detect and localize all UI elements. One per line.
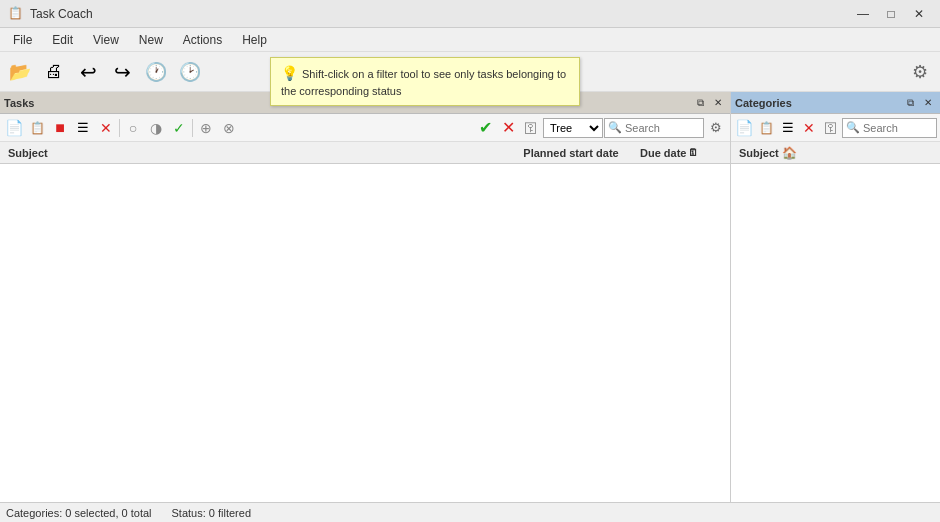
categories-panel-header: Categories ⧉ ✕ xyxy=(731,92,940,114)
expand-button[interactable]: ⊕ xyxy=(195,117,217,139)
category-search-icon: 🔍 xyxy=(846,121,860,134)
new-subtask-button[interactable]: 📋 xyxy=(26,117,48,139)
app-icon: 📋 xyxy=(8,6,24,22)
menu-view[interactable]: View xyxy=(84,30,128,50)
category-toolbar: 📄 📋 ☰ ✕ ⚿ 🔍 xyxy=(731,114,940,142)
track-time-button[interactable]: 🕐 xyxy=(140,56,172,88)
due-date-sort-icon: 🗓 xyxy=(688,147,698,158)
print-button[interactable]: 🖨 xyxy=(38,56,70,88)
tasks-panel-title: Tasks xyxy=(4,97,34,109)
filter-overdue-button[interactable]: ✕ xyxy=(497,117,519,139)
categories-panel-restore-button[interactable]: ⧉ xyxy=(902,95,918,111)
maximize-button[interactable]: □ xyxy=(878,4,904,24)
categories-panel-close-button[interactable]: ✕ xyxy=(920,95,936,111)
menu-actions[interactable]: Actions xyxy=(174,30,231,50)
effort-button[interactable]: 🕑 xyxy=(174,56,206,88)
search-icon: 🔍 xyxy=(608,121,622,134)
category-search-input[interactable] xyxy=(863,122,933,134)
task-search-input[interactable] xyxy=(625,122,695,134)
open-folder-button[interactable]: 📂 xyxy=(4,56,36,88)
collapse-button[interactable]: ⊗ xyxy=(218,117,240,139)
tasks-panel-controls: ⧉ ✕ xyxy=(692,95,726,111)
menu-bar: File Edit View New Actions Help xyxy=(0,28,940,52)
menu-help[interactable]: Help xyxy=(233,30,276,50)
undo-button[interactable]: ↩ xyxy=(72,56,104,88)
categories-panel: Categories ⧉ ✕ 📄 📋 ☰ ✕ ⚿ 🔍 Subject 🏠 xyxy=(730,92,940,502)
categories-panel-title: Categories xyxy=(735,97,792,109)
categories-status: Categories: 0 selected, 0 total xyxy=(6,507,152,519)
menu-new[interactable]: New xyxy=(130,30,172,50)
edit-category-button[interactable]: ☰ xyxy=(778,117,799,139)
edit-task-button[interactable]: ☰ xyxy=(72,117,94,139)
new-task-button[interactable]: 📄 xyxy=(3,117,25,139)
main-toolbar: 📂 🖨 ↩ ↪ 🕐 🕑 💡Shift-click on a filter too… xyxy=(0,52,940,92)
status-progress-button[interactable]: ◑ xyxy=(145,117,167,139)
minimize-button[interactable]: — xyxy=(850,4,876,24)
title-bar-left: 📋 Task Coach xyxy=(8,6,93,22)
menu-file[interactable]: File xyxy=(4,30,41,50)
category-link-button[interactable]: ⚿ xyxy=(821,117,842,139)
view-mode-select[interactable]: Tree List xyxy=(543,118,603,138)
main-content: Tasks ⧉ ✕ 📄 📋 ■ ☰ ✕ ○ ◑ ✓ ⊕ ⊗ ✔ xyxy=(0,92,940,502)
close-button[interactable]: ✕ xyxy=(906,4,932,24)
app-title: Task Coach xyxy=(30,7,93,21)
filter-link-button[interactable]: ⚿ xyxy=(520,117,542,139)
title-bar-controls: — □ ✕ xyxy=(850,4,932,24)
subject-column-header: Subject xyxy=(4,147,506,159)
due-date-column-header: Due date 🗓 xyxy=(636,147,726,159)
toolbar-separator-2 xyxy=(192,119,193,137)
category-search-box: 🔍 xyxy=(842,118,937,138)
categories-panel-controls: ⧉ ✕ xyxy=(902,95,936,111)
redo-button[interactable]: ↪ xyxy=(106,56,138,88)
tasks-panel: Tasks ⧉ ✕ 📄 📋 ■ ☰ ✕ ○ ◑ ✓ ⊕ ⊗ ✔ xyxy=(0,92,730,502)
status-complete-button[interactable]: ✓ xyxy=(168,117,190,139)
status-bar: Categories: 0 selected, 0 total Status: … xyxy=(0,502,940,522)
tasks-table-body xyxy=(0,164,730,502)
categories-table-header: Subject 🏠 xyxy=(731,142,940,164)
settings-gear-button[interactable]: ⚙ xyxy=(904,56,936,88)
categories-table-body xyxy=(731,164,940,502)
task-toolbar: 📄 📋 ■ ☰ ✕ ○ ◑ ✓ ⊕ ⊗ ✔ ✕ ⚿ Tree List xyxy=(0,114,730,142)
tasks-panel-close-button[interactable]: ✕ xyxy=(710,95,726,111)
toolbar-separator-1 xyxy=(119,119,120,137)
category-subject-column-header: Subject 🏠 xyxy=(735,146,936,160)
new-category-button[interactable]: 📄 xyxy=(734,117,755,139)
mark-red-button[interactable]: ■ xyxy=(49,117,71,139)
delete-task-button[interactable]: ✕ xyxy=(95,117,117,139)
category-sort-icon: 🏠 xyxy=(782,146,797,160)
title-bar: 📋 Task Coach — □ ✕ xyxy=(0,0,940,28)
status-none-button[interactable]: ○ xyxy=(122,117,144,139)
menu-edit[interactable]: Edit xyxy=(43,30,82,50)
delete-category-button[interactable]: ✕ xyxy=(799,117,820,139)
new-subcategory-button[interactable]: 📋 xyxy=(756,117,777,139)
tooltip-text: Shift-click on a filter tool to see only… xyxy=(281,68,566,97)
tooltip-box: 💡Shift-click on a filter tool to see onl… xyxy=(270,57,580,106)
filter-active-button[interactable]: ✔ xyxy=(474,117,496,139)
task-status: Status: 0 filtered xyxy=(172,507,252,519)
tasks-panel-restore-button[interactable]: ⧉ xyxy=(692,95,708,111)
tasks-table-header: Subject Planned start date Due date 🗓 xyxy=(0,142,730,164)
planned-date-column-header: Planned start date xyxy=(506,147,636,159)
task-search-box: 🔍 xyxy=(604,118,704,138)
task-settings-button[interactable]: ⚙ xyxy=(705,117,727,139)
tooltip-icon: 💡 xyxy=(281,64,298,84)
